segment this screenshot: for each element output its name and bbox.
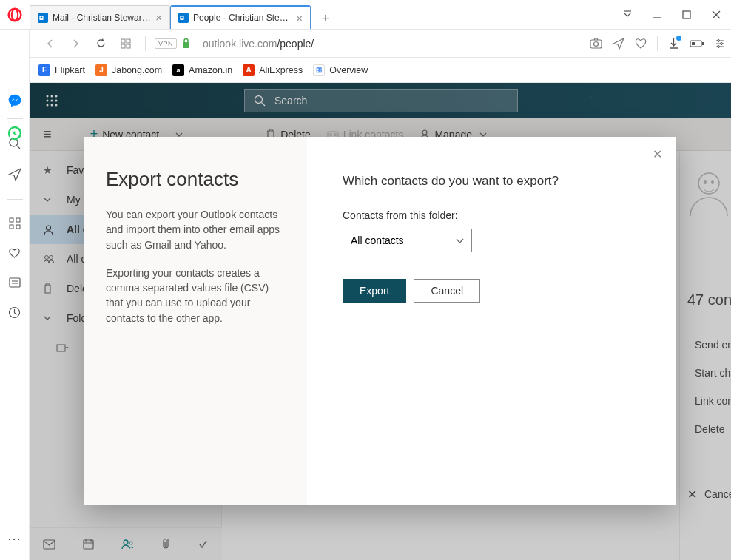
svg-rect-34 <box>10 225 13 229</box>
easy-setup-icon[interactable] <box>715 38 725 49</box>
tab-close-icon[interactable]: × <box>155 11 162 24</box>
tab-close-icon[interactable]: × <box>296 12 303 24</box>
browser-tab-mail[interactable]: Mail - Christian Stewart - O × <box>30 5 170 29</box>
snapshot-icon[interactable] <box>590 38 602 49</box>
rail-news-icon[interactable] <box>9 277 21 289</box>
svg-rect-13 <box>127 39 130 43</box>
dropdown-value: All contacts <box>351 235 404 246</box>
speed-dial-icon[interactable] <box>115 33 136 54</box>
vpn-badge[interactable]: VPN <box>155 38 177 49</box>
folder-dropdown[interactable]: All contacts <box>343 229 472 252</box>
nav-reload[interactable] <box>90 33 111 54</box>
nav-back[interactable] <box>40 33 61 54</box>
browser-tab-people[interactable]: People - Christian Stewart × <box>170 5 311 29</box>
outlook-icon <box>38 13 48 23</box>
url-host: outlook.live.com <box>203 38 277 50</box>
send-icon[interactable] <box>613 38 624 50</box>
bookmark-amazon[interactable]: aAmazon.in <box>172 64 232 76</box>
svg-rect-33 <box>16 218 20 222</box>
rail-history-icon[interactable] <box>8 306 21 319</box>
rail-more-icon[interactable]: ⋯ <box>7 530 21 547</box>
whatsapp-icon[interactable] <box>7 126 22 141</box>
bookmarks-bar: FFlipkart JJabong.com aAmazon.in AAliExp… <box>0 58 731 83</box>
svg-point-27 <box>721 42 723 44</box>
nav-forward[interactable] <box>65 33 86 54</box>
outlook-icon <box>178 13 189 23</box>
bookmark-jabong[interactable]: JJabong.com <box>95 64 162 76</box>
export-contacts-dialog: Export contacts You can export your Outl… <box>84 137 676 505</box>
dialog-info-panel: Export contacts You can export your Outl… <box>84 137 307 505</box>
bookmark-flipkart[interactable]: FFlipkart <box>38 64 85 76</box>
svg-rect-9 <box>683 11 690 18</box>
svg-rect-22 <box>692 42 695 45</box>
messenger-icon[interactable] <box>7 93 22 108</box>
window-maximize[interactable] <box>672 0 701 30</box>
dialog-title: Export contacts <box>106 168 285 191</box>
window-close[interactable] <box>701 0 731 30</box>
svg-rect-15 <box>127 44 130 48</box>
svg-rect-36 <box>10 278 20 287</box>
url-path: /people/ <box>277 38 314 50</box>
export-button[interactable]: Export <box>343 279 406 303</box>
dialog-para: You can export your Outlook contacts and… <box>106 207 285 252</box>
svg-point-7 <box>181 17 183 19</box>
downloads-icon[interactable] <box>668 38 679 50</box>
svg-point-1 <box>12 9 18 20</box>
rail-speeddial-icon[interactable] <box>9 217 21 229</box>
battery-icon[interactable] <box>690 39 704 48</box>
lock-icon <box>181 38 191 49</box>
address-bar: VPN outlook.live.com/people/ <box>0 30 731 58</box>
heart-icon[interactable] <box>635 38 647 49</box>
svg-point-18 <box>594 42 599 47</box>
svg-rect-17 <box>590 40 602 48</box>
speed-dial-icon[interactable] <box>613 0 642 30</box>
svg-point-0 <box>9 8 21 21</box>
opera-logo[interactable] <box>0 7 30 22</box>
rail-bookmarks-icon[interactable] <box>8 247 21 259</box>
dialog-form-panel: ✕ Which contacts do you want to export? … <box>307 137 676 505</box>
svg-rect-12 <box>121 39 125 43</box>
window-minimize[interactable] <box>642 0 672 30</box>
browser-tab-strip: Mail - Christian Stewart - O × People - … <box>0 0 731 30</box>
svg-rect-21 <box>702 42 704 45</box>
dialog-close-button[interactable]: ✕ <box>653 147 662 161</box>
opera-sidebar: ⋯ <box>0 30 30 560</box>
dialog-question: Which contacts do you want to export? <box>343 174 640 189</box>
svg-point-26 <box>718 39 720 41</box>
tab-title: People - Christian Stewart <box>193 13 292 23</box>
rail-send-icon[interactable] <box>8 168 21 181</box>
chevron-down-icon <box>456 237 464 245</box>
cancel-button[interactable]: Cancel <box>414 279 480 303</box>
new-tab-button[interactable]: + <box>315 8 336 29</box>
svg-line-31 <box>17 146 20 149</box>
svg-point-4 <box>41 16 43 18</box>
svg-point-28 <box>718 45 720 47</box>
dropdown-label: Contacts from this folder: <box>343 209 640 221</box>
dialog-para: Exporting your contacts creates a comma … <box>106 266 285 325</box>
svg-rect-16 <box>183 42 189 48</box>
tab-title: Mail - Christian Stewart - O <box>53 13 151 23</box>
svg-rect-35 <box>16 225 20 229</box>
bookmark-overview[interactable]: ⊞Overview <box>313 64 368 76</box>
svg-rect-14 <box>121 44 125 48</box>
bookmark-aliexpress[interactable]: AAliExpress <box>243 64 303 76</box>
svg-rect-32 <box>10 218 13 222</box>
url-input[interactable]: outlook.live.com/people/ <box>195 38 585 50</box>
